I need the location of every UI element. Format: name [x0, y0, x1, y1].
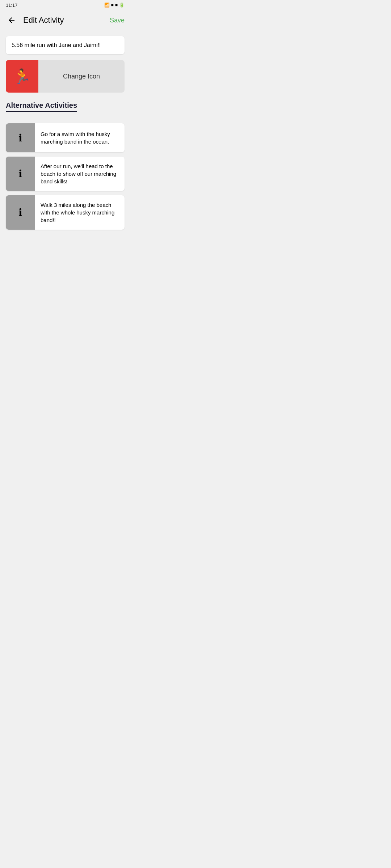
alternative-activities-section: Alternative Activities ℹ Go for a swim w…	[6, 101, 125, 230]
help-icon-1: ℹ	[18, 132, 22, 144]
activity-icon-button[interactable]: 🏃	[6, 60, 38, 93]
battery-icon: 🔋	[119, 3, 125, 8]
signal-icon: ■	[115, 3, 118, 8]
app-bar-left: Edit Activity	[6, 14, 64, 26]
activity-card-icon-2: ℹ	[6, 157, 35, 191]
running-icon: 🏃	[13, 68, 31, 85]
status-icons: 📶 ■ ■ 🔋	[104, 3, 125, 8]
activity-card-3[interactable]: ℹ Walk 3 miles along the beach with the …	[6, 195, 125, 230]
activity-card-1[interactable]: ℹ Go for a swim with the husky marching …	[6, 123, 125, 152]
back-button[interactable]	[6, 14, 17, 26]
save-button[interactable]: Save	[110, 17, 125, 24]
page-title: Edit Activity	[23, 16, 64, 25]
status-bar: 11:17 📶 ■ ■ 🔋	[0, 0, 130, 10]
bluetooth-icon: 📶	[104, 3, 110, 8]
activity-card-text-3: Walk 3 miles along the beach with the wh…	[35, 195, 125, 230]
activity-card-2[interactable]: ℹ After our run, we'll head to the beach…	[6, 157, 125, 191]
activity-card-text-1: Go for a swim with the husky marching ba…	[35, 123, 125, 152]
activity-card-text-2: After our run, we'll head to the beach t…	[35, 157, 125, 191]
section-title: Alternative Activities	[6, 101, 77, 112]
activities-list: ℹ Go for a swim with the husky marching …	[6, 123, 125, 230]
help-icon-3: ℹ	[18, 207, 22, 218]
back-icon	[7, 16, 16, 25]
change-icon-row: 🏃 Change Icon	[6, 60, 125, 93]
activity-card-icon-1: ℹ	[6, 123, 35, 152]
activity-card-icon-3: ℹ	[6, 195, 35, 230]
help-icon-2: ℹ	[18, 168, 22, 180]
wifi-icon: ■	[111, 3, 114, 8]
change-icon-label: Change Icon	[63, 73, 100, 80]
content-area: 🏃 Change Icon Alternative Activities ℹ G…	[0, 30, 130, 235]
activity-name-input[interactable]	[6, 36, 125, 54]
status-time: 11:17	[6, 3, 18, 8]
change-icon-button[interactable]: Change Icon	[38, 60, 125, 93]
app-bar: Edit Activity Save	[0, 10, 130, 30]
